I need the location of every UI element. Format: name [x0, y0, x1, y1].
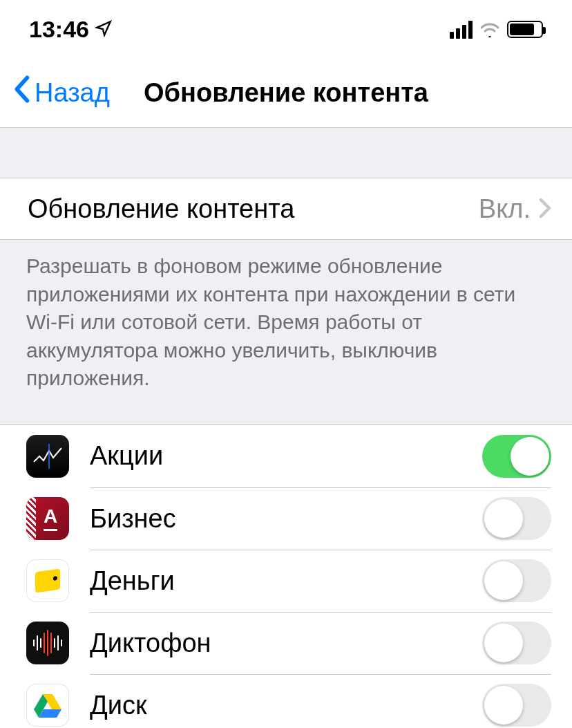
stocks-app-icon: [26, 435, 69, 478]
app-row-stocks: Акции: [0, 425, 572, 487]
status-time: 13:46: [29, 16, 89, 43]
back-button[interactable]: Назад: [0, 77, 110, 110]
section-footer: Разрешать в фоновом режиме обновление пр…: [0, 240, 572, 393]
app-toggle-money[interactable]: [482, 559, 551, 602]
app-name-label: Акции: [90, 441, 482, 471]
cellular-icon: [450, 21, 473, 39]
app-toggle-drive[interactable]: [482, 684, 551, 727]
app-list: Акции A Бизнес Деньги: [0, 424, 572, 729]
app-toggle-stocks[interactable]: [482, 435, 551, 478]
drive-app-icon: [26, 684, 69, 727]
app-name-label: Деньги: [90, 566, 482, 596]
app-row-business: A Бизнес: [0, 487, 572, 550]
app-row-dictaphone: Диктофон: [0, 612, 572, 674]
location-icon: [95, 16, 113, 43]
chevron-left-icon: [12, 75, 30, 109]
app-toggle-dictaphone[interactable]: [482, 622, 551, 664]
back-label: Назад: [35, 78, 110, 108]
business-app-icon: A: [26, 497, 69, 540]
app-row-drive: Диск: [0, 674, 572, 729]
app-row-money: Деньги: [0, 550, 572, 612]
status-bar: 13:46: [0, 0, 572, 59]
background-refresh-label: Обновление контента: [28, 194, 479, 224]
background-refresh-value: Вкл.: [479, 194, 531, 224]
app-name-label: Бизнес: [90, 504, 482, 534]
dictaphone-app-icon: [26, 622, 69, 664]
money-app-icon: [26, 559, 69, 602]
background-refresh-cell[interactable]: Обновление контента Вкл.: [0, 178, 572, 240]
navigation-bar: Назад Обновление контента: [0, 59, 572, 128]
chevron-right-icon: [539, 195, 551, 223]
app-name-label: Диск: [90, 691, 482, 720]
app-name-label: Диктофон: [90, 628, 482, 658]
app-toggle-business[interactable]: [482, 497, 551, 540]
wifi-icon: [479, 22, 500, 37]
battery-icon: [507, 21, 543, 38]
